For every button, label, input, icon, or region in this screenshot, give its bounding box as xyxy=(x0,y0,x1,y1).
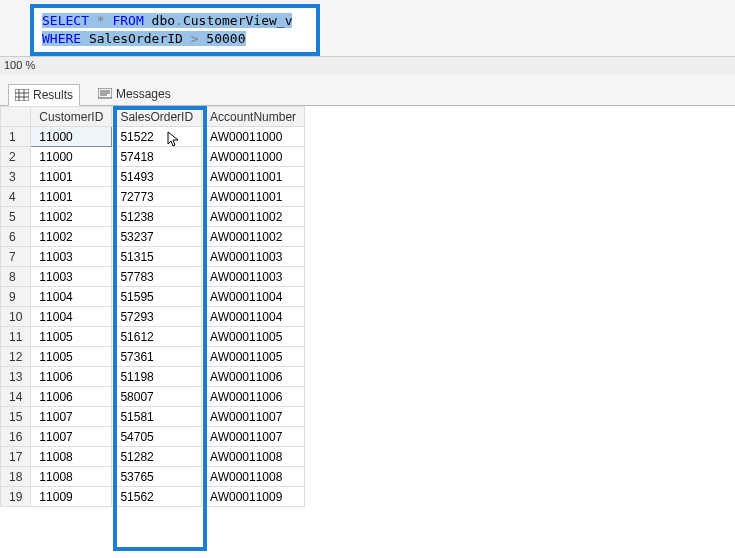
row-number[interactable]: 2 xyxy=(1,147,31,167)
table-row[interactable]: 11100051522AW00011000 xyxy=(1,127,305,147)
row-number[interactable]: 12 xyxy=(1,347,31,367)
row-number[interactable]: 8 xyxy=(1,267,31,287)
cell-salesorderid[interactable]: 51238 xyxy=(112,207,202,227)
cell-accountnumber[interactable]: AW00011003 xyxy=(202,247,305,267)
table-row[interactable]: 31100151493AW00011001 xyxy=(1,167,305,187)
cell-customerid[interactable]: 11000 xyxy=(31,127,112,147)
table-row[interactable]: 121100557361AW00011005 xyxy=(1,347,305,367)
zoom-level[interactable]: 100 % xyxy=(0,56,735,75)
cell-customerid[interactable]: 11003 xyxy=(31,267,112,287)
table-row[interactable]: 81100357783AW00011003 xyxy=(1,267,305,287)
cell-customerid[interactable]: 11008 xyxy=(31,447,112,467)
table-row[interactable]: 71100351315AW00011003 xyxy=(1,247,305,267)
table-row[interactable]: 181100853765AW00011008 xyxy=(1,467,305,487)
cell-accountnumber[interactable]: AW00011000 xyxy=(202,147,305,167)
cell-salesorderid[interactable]: 53237 xyxy=(112,227,202,247)
table-row[interactable]: 151100751581AW00011007 xyxy=(1,407,305,427)
cell-customerid[interactable]: 11001 xyxy=(31,187,112,207)
cell-customerid[interactable]: 11006 xyxy=(31,387,112,407)
table-row[interactable]: 161100754705AW00011007 xyxy=(1,427,305,447)
cell-accountnumber[interactable]: AW00011008 xyxy=(202,467,305,487)
cell-salesorderid[interactable]: 51562 xyxy=(112,487,202,507)
table-row[interactable]: 91100451595AW00011004 xyxy=(1,287,305,307)
row-number[interactable]: 19 xyxy=(1,487,31,507)
table-row[interactable]: 101100457293AW00011004 xyxy=(1,307,305,327)
col-header-accountnumber[interactable]: AccountNumber xyxy=(202,107,305,127)
cell-customerid[interactable]: 11005 xyxy=(31,327,112,347)
row-number[interactable]: 9 xyxy=(1,287,31,307)
cell-customerid[interactable]: 11007 xyxy=(31,427,112,447)
row-number[interactable]: 3 xyxy=(1,167,31,187)
tab-results[interactable]: Results xyxy=(8,84,80,106)
cell-accountnumber[interactable]: AW00011004 xyxy=(202,287,305,307)
cell-accountnumber[interactable]: AW00011001 xyxy=(202,167,305,187)
cell-accountnumber[interactable]: AW00011005 xyxy=(202,327,305,347)
table-row[interactable]: 41100172773AW00011001 xyxy=(1,187,305,207)
row-number[interactable]: 6 xyxy=(1,227,31,247)
table-row[interactable]: 131100651198AW00011006 xyxy=(1,367,305,387)
results-grid[interactable]: CustomerID SalesOrderID AccountNumber 11… xyxy=(0,106,305,507)
cell-accountnumber[interactable]: AW00011001 xyxy=(202,187,305,207)
cell-accountnumber[interactable]: AW00011009 xyxy=(202,487,305,507)
cell-salesorderid[interactable]: 57361 xyxy=(112,347,202,367)
row-number[interactable]: 7 xyxy=(1,247,31,267)
cell-accountnumber[interactable]: AW00011002 xyxy=(202,207,305,227)
row-number[interactable]: 16 xyxy=(1,427,31,447)
cell-accountnumber[interactable]: AW00011000 xyxy=(202,127,305,147)
table-row[interactable]: 21100057418AW00011000 xyxy=(1,147,305,167)
table-row[interactable]: 141100658007AW00011006 xyxy=(1,387,305,407)
row-number[interactable]: 13 xyxy=(1,367,31,387)
cell-accountnumber[interactable]: AW00011006 xyxy=(202,387,305,407)
tab-messages[interactable]: Messages xyxy=(92,84,177,104)
cell-salesorderid[interactable]: 58007 xyxy=(112,387,202,407)
cell-salesorderid[interactable]: 51595 xyxy=(112,287,202,307)
cell-salesorderid[interactable]: 51522 xyxy=(112,127,202,147)
cell-customerid[interactable]: 11001 xyxy=(31,167,112,187)
col-header-salesorderid[interactable]: SalesOrderID xyxy=(112,107,202,127)
cell-salesorderid[interactable]: 51282 xyxy=(112,447,202,467)
cell-accountnumber[interactable]: AW00011006 xyxy=(202,367,305,387)
row-number[interactable]: 17 xyxy=(1,447,31,467)
cell-accountnumber[interactable]: AW00011004 xyxy=(202,307,305,327)
cell-customerid[interactable]: 11004 xyxy=(31,287,112,307)
row-number[interactable]: 18 xyxy=(1,467,31,487)
cell-salesorderid[interactable]: 57783 xyxy=(112,267,202,287)
cell-customerid[interactable]: 11005 xyxy=(31,347,112,367)
col-header-customerid[interactable]: CustomerID xyxy=(31,107,112,127)
sql-query-highlight-box[interactable]: SELECT * FROM dbo.CustomerView_v WHERE S… xyxy=(30,4,320,56)
table-row[interactable]: 61100253237AW00011002 xyxy=(1,227,305,247)
row-number[interactable]: 1 xyxy=(1,127,31,147)
cell-customerid[interactable]: 11000 xyxy=(31,147,112,167)
cell-salesorderid[interactable]: 57418 xyxy=(112,147,202,167)
cell-salesorderid[interactable]: 51315 xyxy=(112,247,202,267)
table-row[interactable]: 111100551612AW00011005 xyxy=(1,327,305,347)
cell-salesorderid[interactable]: 51198 xyxy=(112,367,202,387)
cell-salesorderid[interactable]: 51581 xyxy=(112,407,202,427)
row-number[interactable]: 14 xyxy=(1,387,31,407)
table-row[interactable]: 191100951562AW00011009 xyxy=(1,487,305,507)
cell-accountnumber[interactable]: AW00011008 xyxy=(202,447,305,467)
cell-customerid[interactable]: 11003 xyxy=(31,247,112,267)
cell-salesorderid[interactable]: 51493 xyxy=(112,167,202,187)
table-row[interactable]: 51100251238AW00011002 xyxy=(1,207,305,227)
cell-customerid[interactable]: 11007 xyxy=(31,407,112,427)
cell-accountnumber[interactable]: AW00011003 xyxy=(202,267,305,287)
cell-accountnumber[interactable]: AW00011007 xyxy=(202,407,305,427)
cell-salesorderid[interactable]: 54705 xyxy=(112,427,202,447)
cell-customerid[interactable]: 11009 xyxy=(31,487,112,507)
cell-customerid[interactable]: 11006 xyxy=(31,367,112,387)
cell-accountnumber[interactable]: AW00011007 xyxy=(202,427,305,447)
cell-customerid[interactable]: 11002 xyxy=(31,227,112,247)
row-number[interactable]: 10 xyxy=(1,307,31,327)
row-number[interactable]: 11 xyxy=(1,327,31,347)
table-row[interactable]: 171100851282AW00011008 xyxy=(1,447,305,467)
cell-accountnumber[interactable]: AW00011005 xyxy=(202,347,305,367)
row-number[interactable]: 5 xyxy=(1,207,31,227)
cell-salesorderid[interactable]: 53765 xyxy=(112,467,202,487)
row-number[interactable]: 4 xyxy=(1,187,31,207)
cell-salesorderid[interactable]: 57293 xyxy=(112,307,202,327)
cell-salesorderid[interactable]: 51612 xyxy=(112,327,202,347)
cell-customerid[interactable]: 11004 xyxy=(31,307,112,327)
cell-salesorderid[interactable]: 72773 xyxy=(112,187,202,207)
row-number[interactable]: 15 xyxy=(1,407,31,427)
